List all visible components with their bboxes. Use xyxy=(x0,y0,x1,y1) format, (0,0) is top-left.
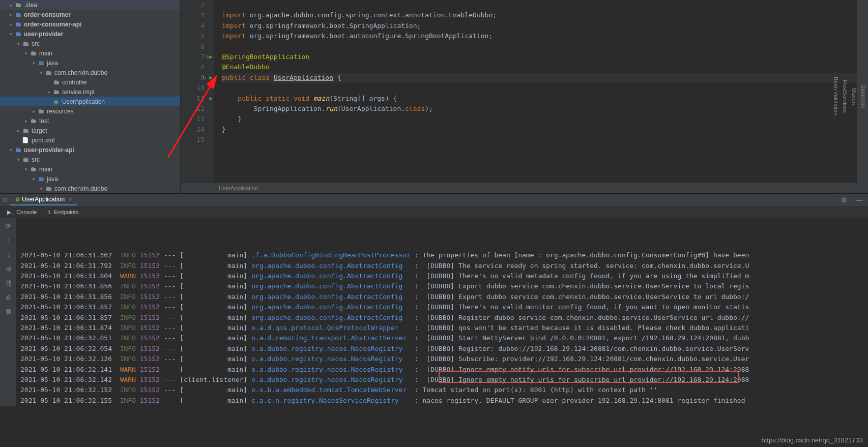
tree-item[interactable]: ▸target xyxy=(0,126,180,135)
project-tree[interactable]: ▸.idea▸order-consumer▸order-consumer-api… xyxy=(0,0,181,193)
tree-item[interactable]: ▸test xyxy=(0,116,180,126)
console-tab[interactable]: ▶_Console xyxy=(3,208,41,217)
tool-window-tab[interactable]: Database xyxy=(859,0,868,193)
tree-item[interactable]: UserApplication xyxy=(0,97,180,106)
console-action-6[interactable]: 🗑 xyxy=(3,306,14,317)
tree-item[interactable]: ▾java xyxy=(0,174,180,184)
tree-item[interactable]: ▾com.chenxin.dubbo xyxy=(0,184,180,193)
tree-label: target xyxy=(32,127,47,134)
tree-item[interactable]: ▸order-consumer xyxy=(0,10,180,19)
tree-item[interactable]: ▾src xyxy=(0,155,180,164)
expand-icon[interactable]: ▾ xyxy=(15,41,21,46)
expand-icon[interactable]: ▸ xyxy=(8,3,14,8)
java-icon xyxy=(37,59,45,67)
log-line: 2021-05-10 21:06:32.152 INFO 15152 --- [… xyxy=(20,385,868,395)
tree-label: controller xyxy=(62,79,87,86)
tree-item[interactable]: ▾user-provider-api xyxy=(0,145,180,155)
expand-icon[interactable]: ▸ xyxy=(8,12,14,17)
tree-item[interactable]: ▸.idea xyxy=(0,0,180,10)
tree-item[interactable]: ▸resources xyxy=(0,106,180,116)
console-action-0[interactable]: ⟳ xyxy=(3,220,14,231)
log-line: 2021-05-10 21:06:31.857 INFO 15152 --- [… xyxy=(20,302,868,312)
console-action-5[interactable]: 🖨 xyxy=(3,291,14,303)
endpoints-icon: ↯ xyxy=(47,209,51,216)
breadcrumb-item[interactable]: UserApplication xyxy=(219,185,258,191)
log-line: 2021-05-10 21:06:32.051 INFO 15152 --- [… xyxy=(20,333,868,343)
spring-icon: ✿ xyxy=(15,196,20,203)
log-line: 2021-05-10 21:06:31.856 INFO 15152 --- [… xyxy=(20,281,868,291)
expand-icon[interactable]: ▾ xyxy=(15,157,21,162)
expand-icon[interactable]: ▾ xyxy=(38,70,44,75)
expand-icon[interactable]: ▾ xyxy=(8,32,14,37)
highlight-annotation xyxy=(439,371,739,383)
expand-icon[interactable]: ▾ xyxy=(38,186,44,191)
tree-label: com.chenxin.dubbo xyxy=(54,69,107,76)
tree-item[interactable]: ▸service.impl xyxy=(0,87,180,97)
class-icon xyxy=(52,98,60,105)
expand-icon[interactable]: ▸ xyxy=(46,90,52,95)
tree-item[interactable]: controller xyxy=(0,77,180,87)
tree-item[interactable]: pom.xml xyxy=(0,135,180,145)
console-action-1[interactable]: ↑ xyxy=(3,234,14,246)
tree-item[interactable]: ▾com.chenxin.dubbo xyxy=(0,68,180,77)
close-icon[interactable]: × xyxy=(69,196,72,203)
editor-gutter[interactable]: 234567↻▶89↻ ▶1011▶12131415 xyxy=(181,0,214,182)
tree-item[interactable]: ▸order-consumer-api xyxy=(0,19,180,29)
log-line: 2021-05-10 21:06:31.804 WARN 15152 --- [… xyxy=(20,271,868,281)
expand-icon[interactable]: ▸ xyxy=(8,22,14,27)
tree-item[interactable]: ▾user-provider xyxy=(0,29,180,39)
tree-label: service.impl xyxy=(62,88,94,96)
tree-label: .idea xyxy=(24,2,37,9)
run-gutter-icon[interactable]: ▶ xyxy=(209,94,213,104)
editor-area: 234567↻▶89↻ ▶1011▶12131415 import org.ap… xyxy=(181,0,868,193)
module-icon xyxy=(14,31,22,38)
minimize-icon[interactable]: — xyxy=(854,194,865,205)
folder-icon xyxy=(14,2,22,9)
tree-item[interactable]: ▾java xyxy=(0,58,180,68)
tree-label: main xyxy=(39,50,52,57)
tree-label: order-consumer-api xyxy=(24,21,81,28)
tree-label: src xyxy=(32,156,40,163)
folder-icon xyxy=(29,50,37,57)
console-output[interactable]: 2021-05-10 21:06:31.362 INFO 15152 --- [… xyxy=(16,218,868,406)
expand-icon[interactable]: ▾ xyxy=(23,167,29,172)
console-action-3[interactable]: ⇉ xyxy=(3,263,14,274)
folder-icon xyxy=(21,156,30,163)
tool-window-tab[interactable]: Maven xyxy=(850,0,859,193)
console-action-4[interactable]: ⇶ xyxy=(3,277,14,288)
watermark: https://blog.csdn.net/qq_31821733 xyxy=(762,436,863,444)
expand-icon[interactable]: ▾ xyxy=(31,61,37,66)
settings-icon[interactable]: ⚙ xyxy=(838,194,850,205)
run-gutter-icon[interactable]: ↻ ▶ xyxy=(202,73,213,83)
tool-window-tab[interactable]: RestServices xyxy=(841,0,850,193)
code-editor[interactable]: import org.apache.dubbo.config.spring.co… xyxy=(214,0,868,182)
package-icon xyxy=(52,79,60,86)
tree-label: java xyxy=(47,59,58,67)
module-icon xyxy=(14,21,22,28)
tree-label: main xyxy=(39,166,52,173)
expand-icon[interactable]: ▸ xyxy=(15,128,21,133)
folder-icon xyxy=(37,108,45,115)
tree-item[interactable]: ▾src xyxy=(0,39,180,48)
console-toolbar: ⟳↑↓⇉⇶🖨🗑 xyxy=(0,218,16,406)
tree-label: java xyxy=(47,175,58,183)
console-action-2[interactable]: ↓ xyxy=(3,249,14,260)
expand-icon[interactable]: ▾ xyxy=(8,147,14,153)
package-icon xyxy=(52,88,60,96)
module-icon xyxy=(14,146,22,154)
run-config-tab[interactable]: ✿ UserApplication × xyxy=(10,194,77,205)
tree-item[interactable]: ▾main xyxy=(0,48,180,58)
endpoints-tab[interactable]: ↯Endpoints xyxy=(43,208,82,217)
breadcrumb[interactable]: UserApplication xyxy=(181,182,868,193)
expand-icon[interactable]: ▾ xyxy=(23,51,29,56)
tool-window-tab[interactable]: Bean Validation xyxy=(831,0,841,193)
file-icon xyxy=(21,137,30,144)
tree-item[interactable]: ▾main xyxy=(0,164,180,174)
expand-icon[interactable]: ▾ xyxy=(31,176,37,182)
run-gutter-icon[interactable]: ↻▶ xyxy=(206,52,213,62)
package-icon xyxy=(44,69,52,76)
expand-icon[interactable]: ▸ xyxy=(23,118,29,124)
log-line: 2021-05-10 21:06:32.156 INFO 15152 --- [… xyxy=(20,406,868,406)
tree-label: com.chenxin.dubbo xyxy=(54,185,107,192)
expand-icon[interactable]: ▸ xyxy=(31,109,37,114)
